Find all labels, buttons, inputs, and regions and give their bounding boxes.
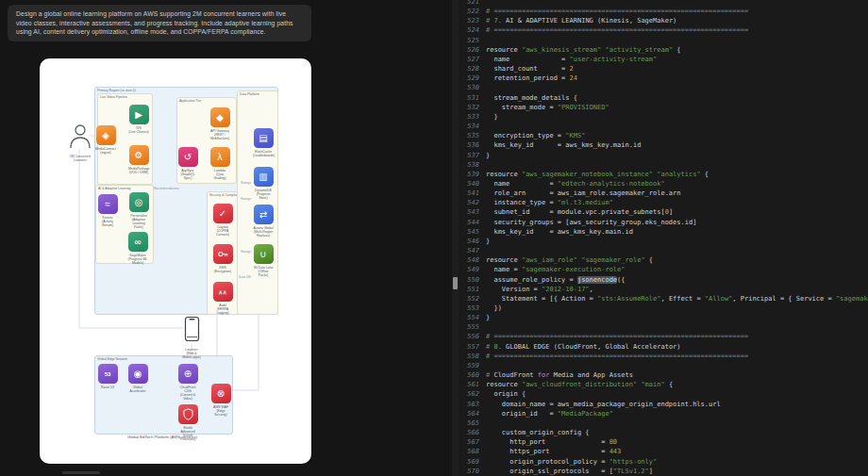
mediaconnect-icon[interactable]: ◈: [96, 125, 116, 145]
line-number: 564: [459, 409, 479, 419]
line-number: 553: [459, 304, 479, 313]
diagram-caption: Global EdTech Platform (AWS services): [68, 435, 257, 439]
kms-icon[interactable]: [213, 244, 233, 264]
code-line-544: 544 security_groups = [aws_security_grou…: [459, 218, 868, 227]
edge-label: Recommendations: [154, 187, 179, 190]
node-label: AWS WAF(Edge Security): [210, 405, 231, 418]
code-line-568: 568 https_port = 443: [459, 447, 868, 456]
container-label: Global Edge Network: [97, 357, 127, 361]
line-number: 542: [459, 198, 479, 207]
line-number: 568: [459, 447, 479, 456]
code-line-526: 526resource "aws_kinesis_stream" "activi…: [459, 45, 868, 55]
diagram-node-api-gateway: ◆API Gateway(REST / WebSockets): [209, 107, 230, 140]
route53-icon[interactable]: 53: [98, 364, 118, 384]
code-line-553: 553 }): [459, 304, 868, 313]
kinesis-icon[interactable]: ≈: [98, 194, 118, 214]
diagram-node-lambda: λLambda(Quiz Grading): [209, 147, 230, 180]
code-line-525: 525: [459, 36, 868, 45]
code-line-533: 533 }: [459, 112, 868, 122]
line-number: 561: [459, 380, 479, 389]
line-number: 525: [459, 36, 479, 45]
code-line-536: 536 kms_key_id = aws_kms_key.main.id: [459, 140, 868, 150]
code-line-566: 566 custom_origin_config {: [459, 428, 868, 437]
line-number: 554: [459, 313, 479, 322]
code-line-523: 523# 7. AI & ADAPTIVE LEARNING (Kinesis,…: [459, 16, 868, 25]
cloudtrail-icon[interactable]: ∧∧: [213, 282, 233, 302]
line-number: 569: [459, 457, 479, 467]
code-line-542: 542 instance_type = "ml.t3.medium": [459, 198, 868, 207]
line-number: 566: [459, 428, 479, 437]
line-number: 550: [459, 275, 479, 285]
code-line-559: 559: [459, 361, 868, 370]
diagram-node-kinesis: ≈Kinesis(Activity Stream): [97, 194, 118, 227]
code-panel[interactable]: 521522# ================================…: [459, 0, 868, 476]
edge-label: Storage: [241, 181, 251, 185]
horizontal-scrollbar-thumb[interactable]: [62, 471, 100, 474]
line-number: 536: [459, 140, 479, 150]
api-gateway-icon[interactable]: ◆: [210, 107, 230, 127]
lambda-icon[interactable]: λ: [210, 147, 230, 167]
personalize-icon[interactable]: ◎: [129, 192, 149, 212]
line-number: 529: [459, 74, 479, 83]
line-number: 565: [459, 419, 479, 428]
person-icon: [69, 123, 92, 149]
learners-actor[interactable]: 2M ConcurrentLearners: [68, 123, 92, 162]
line-number: 524: [459, 25, 479, 35]
waf-icon[interactable]: ⊗: [211, 384, 231, 403]
ivs-live-icon[interactable]: ▶: [129, 105, 149, 124]
mobile-client[interactable]: Learners(Web & Mobile apps): [181, 316, 202, 359]
shield-advanced-icon[interactable]: [178, 404, 198, 424]
node-label: ElastiCache(Leaderboards): [253, 150, 274, 157]
code-line-549: 549 name = "sagemaker-execution-role": [459, 265, 868, 274]
node-label: AppSync(GraphQL Sync): [177, 169, 198, 181]
line-number: 556: [459, 332, 479, 341]
global-accelerator-icon[interactable]: ◉: [128, 364, 148, 384]
code-line-554: 554}: [459, 313, 868, 322]
mediapackage-icon[interactable]: ⚙: [129, 145, 149, 165]
line-number: 558: [459, 352, 479, 361]
line-number: 549: [459, 265, 479, 274]
code-line-531: 531 stream_mode_details {: [459, 93, 868, 103]
diagram-canvas[interactable]: Primary Region (us-east-1)Live Video Pip…: [40, 58, 311, 464]
code-line-563: 563 domain_name = aws_media_package_orig…: [459, 400, 868, 409]
sagemaker-icon[interactable]: ∞: [128, 232, 148, 252]
node-label: IVS(Live Classes): [128, 126, 149, 134]
edge-label: Save DB: [239, 275, 251, 279]
node-label: KMS(Encryption): [212, 266, 233, 273]
line-number: 548: [459, 255, 479, 265]
code-line-552: 552 Statement = [{ Action = "sts:AssumeR…: [459, 294, 868, 304]
code-line-558: 558# ===================================…: [459, 352, 868, 361]
cloudfront-icon[interactable]: ⊕: [178, 364, 198, 384]
line-number: 540: [459, 179, 479, 189]
line-number: 526: [459, 45, 479, 55]
diagram-node-appsync: ↺AppSync(GraphQL Sync): [177, 147, 198, 180]
elasticache-icon[interactable]: ▤: [254, 128, 274, 148]
line-number: 523: [459, 16, 479, 25]
line-number: 546: [459, 237, 479, 246]
line-number: 552: [459, 294, 479, 304]
diagram-node-waf: ⊗AWS WAF(Edge Security): [210, 384, 231, 417]
container-label: AI & Adaptive Learning: [98, 187, 131, 190]
node-label: MediaConnect(ingest): [95, 147, 116, 155]
diagram-node-mediaconnect: ◈MediaConnect(ingest): [95, 125, 116, 155]
code-line-567: 567 http_port = 80: [459, 437, 868, 447]
container-label: Primary Region (us-east-1): [97, 89, 136, 92]
vertical-scrollbar-thumb[interactable]: [453, 277, 458, 289]
diagram-node-dynamodb: ▥DynamoDB(Progress Store): [253, 167, 274, 200]
diagram-node-s3-data-lake: ∪S3 Data Lake(Offline Packs): [253, 244, 274, 277]
appsync-icon[interactable]: ↺: [178, 147, 198, 167]
container-label: Data Platform: [240, 92, 259, 96]
dynamodb-icon[interactable]: ▥: [254, 167, 274, 187]
code-line-540: 540 name = "edtech-analytics-notebook": [459, 179, 868, 189]
code-line-556: 556# ===================================…: [459, 332, 868, 341]
code-line-565: 565: [459, 419, 868, 428]
code-line-564: 564 origin_id = "MediaPackage": [459, 409, 868, 419]
line-number: 559: [459, 361, 479, 370]
diagram-node-kms: KMS(Encryption): [212, 244, 233, 273]
line-number: 551: [459, 285, 479, 294]
aurora-global-icon[interactable]: ⇄: [254, 205, 274, 224]
node-label: Personalize(AdaptiveLearning Paths): [128, 214, 149, 230]
s3-data-lake-icon[interactable]: ∪: [254, 244, 274, 264]
cognito-icon[interactable]: ✓: [213, 204, 233, 223]
node-label: Audit(FERPA Logging): [212, 304, 233, 316]
